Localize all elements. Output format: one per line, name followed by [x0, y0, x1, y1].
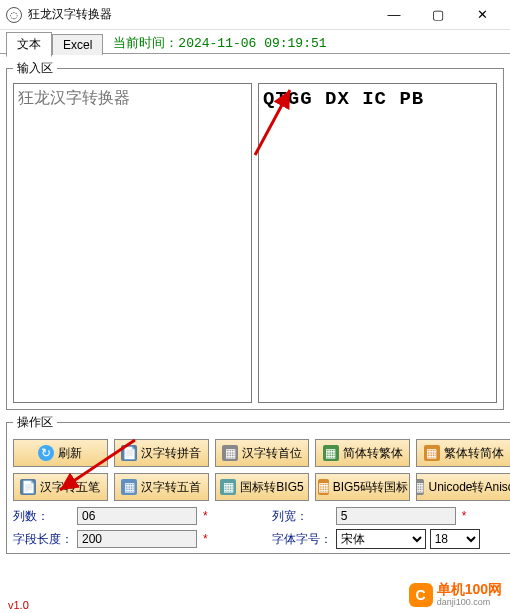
watermark-icon: C	[409, 583, 433, 607]
titlebar: ◌ 狂龙汉字转换器 — ▢ ✕	[0, 0, 510, 30]
output-box[interactable]: QTGG DX IC PB	[258, 83, 497, 403]
wushou-button[interactable]: ▦汉字转五首	[114, 473, 209, 501]
tab-excel[interactable]: Excel	[52, 34, 103, 55]
ops-legend: 操作区	[13, 414, 57, 431]
teal-icon: ▦	[220, 479, 236, 495]
font-name-select[interactable]: 宋体	[336, 529, 426, 549]
time-value: 2024-11-06 09:19:51	[178, 36, 326, 51]
minimize-button[interactable]: —	[372, 1, 416, 29]
btn-label: 简体转繁体	[343, 445, 403, 462]
gray-icon: ▦	[416, 479, 424, 495]
content-area: 输入区 QTGG DX IC PB 操作区 ↻刷新 📄汉字转拼音 ▦汉字转首位 …	[0, 54, 510, 564]
btn-label: 繁体转简体	[444, 445, 504, 462]
doc-icon: 📄	[20, 479, 36, 495]
button-row-2: 📄汉字转五笔 ▦汉字转五首 ▦国标转BIG5 ▦BIG5码转国标 ▦Unicod…	[13, 473, 510, 501]
big5-to-gb-button[interactable]: ▦BIG5码转国标	[315, 473, 410, 501]
font-size-select[interactable]: 18	[430, 529, 480, 549]
tab-bar: 文本 Excel 当前时间：2024-11-06 09:19:51	[0, 30, 510, 54]
blue-icon: ▦	[121, 479, 137, 495]
window-title: 狂龙汉字转换器	[28, 6, 372, 23]
watermark-domain: danji100.com	[437, 597, 502, 607]
len-label: 字段长度：	[13, 531, 73, 548]
watermark: C 单机100网 danji100.com	[409, 582, 502, 607]
required-star: *	[462, 509, 467, 523]
orange-icon: ▦	[318, 479, 329, 495]
param-row-1: 列数： * 列宽： *	[13, 507, 510, 525]
green-icon: ▦	[323, 445, 339, 461]
simp-to-trad-button[interactable]: ▦简体转繁体	[315, 439, 410, 467]
current-time: 当前时间：2024-11-06 09:19:51	[113, 34, 326, 52]
initial-button[interactable]: ▦汉字转首位	[215, 439, 310, 467]
maximize-button[interactable]: ▢	[416, 1, 460, 29]
app-icon: ◌	[6, 7, 22, 23]
input-fieldset: 输入区 QTGG DX IC PB	[6, 60, 504, 410]
time-prefix: 当前时间：	[113, 36, 178, 51]
doc-icon: 📄	[121, 445, 137, 461]
close-button[interactable]: ✕	[460, 1, 504, 29]
font-label: 字体字号：	[272, 531, 332, 548]
wubi-button[interactable]: 📄汉字转五笔	[13, 473, 108, 501]
trad-to-simp-button[interactable]: ▦繁体转简体	[416, 439, 510, 467]
width-label: 列宽：	[272, 508, 332, 525]
btn-label: BIG5码转国标	[333, 479, 408, 496]
btn-label: Unicode转Anisc	[428, 479, 510, 496]
required-star: *	[203, 509, 208, 523]
input-legend: 输入区	[13, 60, 57, 77]
width-input[interactable]	[336, 507, 456, 525]
cols-input[interactable]	[77, 507, 197, 525]
gb-to-big5-button[interactable]: ▦国标转BIG5	[215, 473, 310, 501]
required-star: *	[203, 532, 208, 546]
len-input[interactable]	[77, 530, 197, 548]
gray-icon: ▦	[222, 445, 238, 461]
btn-label: 汉字转拼音	[141, 445, 201, 462]
btn-label: 汉字转五笔	[40, 479, 100, 496]
tab-text[interactable]: 文本	[6, 32, 52, 57]
button-row-1: ↻刷新 📄汉字转拼音 ▦汉字转首位 ▦简体转繁体 ▦繁体转简体	[13, 439, 510, 467]
btn-label: 汉字转首位	[242, 445, 302, 462]
unicode-button[interactable]: ▦Unicode转Anisc	[416, 473, 510, 501]
btn-label: 国标转BIG5	[240, 479, 303, 496]
pinyin-button[interactable]: 📄汉字转拼音	[114, 439, 209, 467]
version-label: v1.0	[8, 599, 29, 611]
watermark-text: 单机100网	[437, 581, 502, 597]
param-row-2: 字段长度： * 字体字号： 宋体 18	[13, 529, 510, 549]
refresh-icon: ↻	[38, 445, 54, 461]
ops-fieldset: 操作区 ↻刷新 📄汉字转拼音 ▦汉字转首位 ▦简体转繁体 ▦繁体转简体 📄汉字转…	[6, 414, 510, 554]
orange-icon: ▦	[424, 445, 440, 461]
input-textarea[interactable]	[13, 83, 252, 403]
btn-label: 刷新	[58, 445, 82, 462]
refresh-button[interactable]: ↻刷新	[13, 439, 108, 467]
btn-label: 汉字转五首	[141, 479, 201, 496]
ops-area: 操作区 ↻刷新 📄汉字转拼音 ▦汉字转首位 ▦简体转繁体 ▦繁体转简体 📄汉字转…	[6, 414, 504, 554]
cols-label: 列数：	[13, 508, 73, 525]
